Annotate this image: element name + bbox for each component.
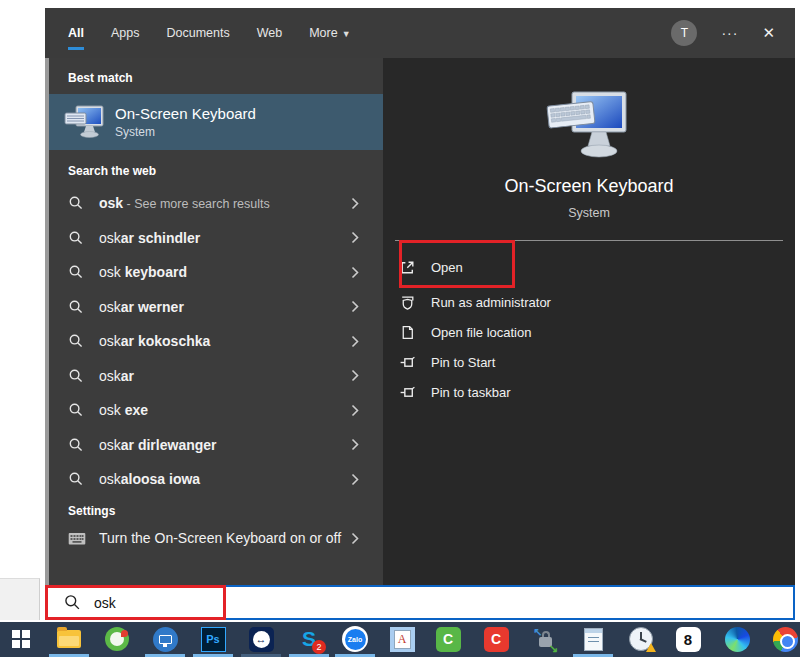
preview-subtitle: System xyxy=(568,206,610,220)
best-match-header: Best match xyxy=(49,71,383,89)
chevron-right-icon xyxy=(351,197,359,210)
display-app-icon[interactable] xyxy=(151,625,179,653)
suggestion-see-more[interactable]: osk - See more search results xyxy=(49,186,383,221)
chevron-right-icon xyxy=(351,335,359,348)
skype-badge: 2 xyxy=(312,640,326,654)
security-app-icon[interactable]: ↖↘ xyxy=(531,625,559,653)
search-flyout: All Apps Documents Web More▼ T ··· ✕ Bes… xyxy=(45,8,795,620)
action-run-as-admin[interactable]: Run as administrator xyxy=(399,287,795,317)
suggestion-label: oskar xyxy=(99,368,134,384)
capcut-icon[interactable]: 8 xyxy=(674,625,702,653)
suggestion-item[interactable]: oskar xyxy=(49,359,383,394)
best-match-subtitle: System xyxy=(115,125,256,139)
zalo-icon[interactable]: Zalo xyxy=(341,625,369,653)
camtasia-icon[interactable]: C xyxy=(434,625,462,653)
teamviewer-icon[interactable]: ↔ xyxy=(247,625,275,653)
action-label: Run as administrator xyxy=(431,295,551,310)
lock-icon: ↖↘ xyxy=(532,626,558,652)
suggestion-label: oskar werner xyxy=(99,299,184,315)
coccoc-browser-icon[interactable] xyxy=(103,625,131,653)
settings-result-label: Turn the On-Screen Keyboard on or off xyxy=(99,528,347,549)
edge-icon[interactable] xyxy=(723,625,751,653)
search-icon xyxy=(68,368,84,384)
suggestion-label: osk keyboard xyxy=(99,264,187,280)
best-match-result[interactable]: On-Screen Keyboard System xyxy=(49,94,383,150)
suggestion-label: osk - See more search results xyxy=(99,195,270,211)
search-icon xyxy=(68,230,84,246)
chevron-right-icon xyxy=(351,266,359,279)
suggestion-label: oskar dirlewanger xyxy=(99,437,217,453)
search-icon xyxy=(68,471,84,487)
search-icon xyxy=(68,402,84,418)
taskbar: Ps ↔ S 2 Zalo A C C ↖↘ 8 xyxy=(0,622,800,657)
suggestion-label: oskar kokoschka xyxy=(99,333,210,349)
chevron-right-icon xyxy=(351,404,359,417)
on-screen-keyboard-icon xyxy=(64,104,106,140)
web-suggestions-list: osk - See more search results oskar schi… xyxy=(49,186,383,497)
tab-more-label: More xyxy=(309,26,337,40)
suggestion-label: oskaloosa iowa xyxy=(99,471,200,487)
preview-title: On-Screen Keyboard xyxy=(504,176,673,197)
open-highlight-box xyxy=(399,240,515,288)
alarm-clock-icon[interactable] xyxy=(627,625,655,653)
tab-all[interactable]: All xyxy=(68,26,84,40)
photos-app-icon[interactable]: A xyxy=(388,625,416,653)
tab-web[interactable]: Web xyxy=(257,26,282,40)
shield-icon xyxy=(399,294,417,311)
chevron-right-icon xyxy=(351,473,359,486)
tab-apps[interactable]: Apps xyxy=(111,26,140,40)
search-icon xyxy=(68,264,84,280)
pin-icon xyxy=(399,354,417,371)
chevron-right-icon xyxy=(351,532,359,545)
settings-header: Settings xyxy=(49,504,383,522)
notepad-icon[interactable] xyxy=(579,625,607,653)
on-screen-keyboard-large-icon xyxy=(534,90,644,162)
photoshop-icon[interactable]: Ps xyxy=(199,625,227,653)
folder-icon xyxy=(399,324,417,341)
chevron-right-icon xyxy=(351,369,359,382)
avatar[interactable]: T xyxy=(671,20,697,46)
suggestion-item[interactable]: oskar schindler xyxy=(49,221,383,256)
action-pin-to-taskbar[interactable]: Pin to taskbar xyxy=(399,377,795,407)
suggestion-label: oskar schindler xyxy=(99,230,200,246)
action-open-file-location[interactable]: Open file location xyxy=(399,317,795,347)
start-button[interactable] xyxy=(7,625,35,653)
filter-tabs-bar: All Apps Documents Web More▼ T ··· ✕ xyxy=(45,8,795,58)
file-explorer-icon[interactable] xyxy=(55,625,83,653)
action-label: Pin to Start xyxy=(431,355,495,370)
window-edge-strip xyxy=(45,58,49,585)
suggestion-item[interactable]: oskar werner xyxy=(49,290,383,325)
camtasia-recorder-icon[interactable]: C xyxy=(482,625,510,653)
settings-result-item[interactable]: Turn the On-Screen Keyboard on or off xyxy=(49,526,383,549)
more-options-icon[interactable]: ··· xyxy=(721,25,738,41)
suggestion-label: osk exe xyxy=(99,402,148,418)
desktop-fragment xyxy=(0,578,40,620)
suggestion-item[interactable]: oskar kokoschka xyxy=(49,324,383,359)
suggestion-item[interactable]: oskaloosa iowa xyxy=(49,462,383,497)
search-icon xyxy=(68,299,84,315)
windows-logo-icon xyxy=(12,630,30,648)
search-the-web-header: Search the web xyxy=(49,164,383,182)
suggestion-item[interactable]: osk keyboard xyxy=(49,255,383,290)
best-match-title: On-Screen Keyboard xyxy=(115,105,256,122)
search-icon xyxy=(68,333,84,349)
action-pin-to-start[interactable]: Pin to Start xyxy=(399,347,795,377)
chevron-down-icon: ▼ xyxy=(342,29,351,39)
keyboard-icon xyxy=(68,532,86,546)
search-icon xyxy=(68,437,84,453)
chrome-icon[interactable] xyxy=(771,625,799,653)
search-bar[interactable]: osk xyxy=(45,585,795,620)
suggestion-item[interactable]: osk exe xyxy=(49,393,383,428)
skype-icon[interactable]: S 2 xyxy=(295,625,323,653)
search-icon xyxy=(68,195,84,211)
chevron-right-icon xyxy=(351,231,359,244)
close-icon[interactable]: ✕ xyxy=(762,24,775,42)
suggestion-item[interactable]: oskar dirlewanger xyxy=(49,428,383,463)
preview-panel: On-Screen Keyboard System Open xyxy=(383,58,795,585)
results-panel: Best match xyxy=(45,58,383,585)
tab-documents[interactable]: Documents xyxy=(166,26,229,40)
chevron-right-icon xyxy=(351,300,359,313)
tab-more[interactable]: More▼ xyxy=(309,26,350,40)
action-label: Pin to taskbar xyxy=(431,385,511,400)
search-highlight-box xyxy=(45,585,226,620)
